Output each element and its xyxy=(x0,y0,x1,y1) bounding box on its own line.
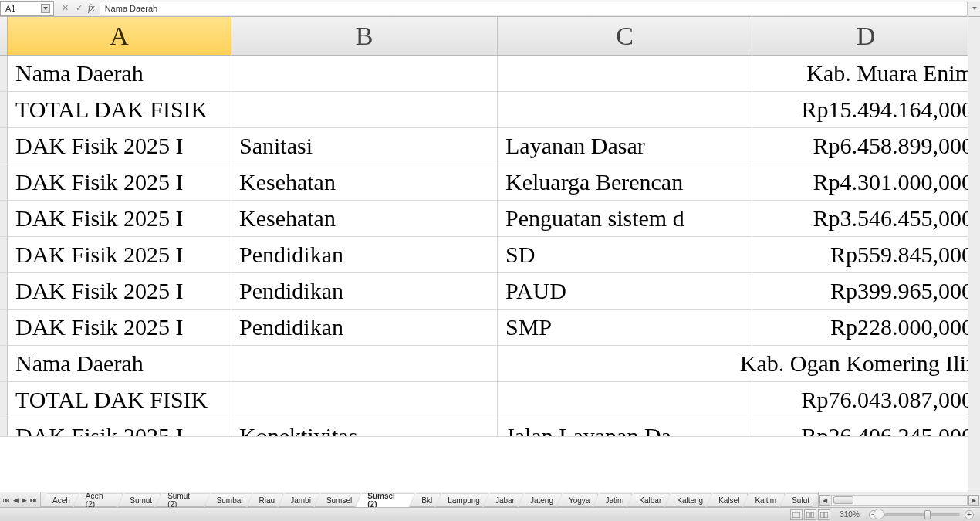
normal-view-icon[interactable] xyxy=(790,509,803,520)
sheet-tab[interactable]: Sumut (2) xyxy=(156,493,209,507)
cell-A[interactable]: DAK Fisik 2025 I xyxy=(8,273,231,309)
cell-A[interactable]: DAK Fisik 2025 I xyxy=(8,128,231,164)
sheet-tab[interactable]: Sumbar xyxy=(205,493,252,507)
sheet-tab[interactable]: Aceh xyxy=(41,493,79,507)
sheet-tab[interactable]: Jateng xyxy=(519,493,562,507)
sheet-tab[interactable]: Kaltim xyxy=(743,493,785,507)
name-box-dropdown-icon[interactable] xyxy=(41,4,50,13)
cell-C[interactable]: Keluarga Berencan xyxy=(498,164,752,200)
select-all-corner[interactable] xyxy=(0,17,8,56)
formula-input[interactable]: Nama Daerah xyxy=(100,2,968,15)
column-header-C[interactable]: C xyxy=(498,17,752,56)
row-gutter[interactable] xyxy=(0,56,8,91)
cell-A[interactable]: Nama Daerah xyxy=(8,346,231,381)
cell-C[interactable] xyxy=(498,92,752,127)
cell-A[interactable]: TOTAL DAK FISIK xyxy=(8,382,231,418)
cell-B[interactable] xyxy=(231,346,498,381)
row-gutter[interactable] xyxy=(0,418,8,436)
cell-B[interactable]: Kesehatan xyxy=(231,201,498,236)
cell-D[interactable]: Rp15.494.164,000 xyxy=(752,92,980,127)
cell-D[interactable]: Rp76.043.087,000 xyxy=(752,382,980,418)
cell-D[interactable]: Rp228.000,000 xyxy=(752,310,980,345)
cell-C[interactable]: Jalan Layanan Da xyxy=(498,418,752,436)
cell-C[interactable]: Layanan Dasar xyxy=(498,128,752,164)
sheet-tab[interactable]: Riau xyxy=(248,493,284,507)
cell-D[interactable]: Rp399.965,000 xyxy=(752,273,980,309)
cell-A[interactable]: DAK Fisik 2025 I xyxy=(8,164,231,200)
cell-C[interactable]: PAUD xyxy=(498,273,752,309)
cell-B[interactable] xyxy=(231,92,498,127)
horizontal-scrollbar[interactable]: ◀ ▶ xyxy=(818,492,980,508)
cell-D[interactable] xyxy=(752,346,980,381)
cell-D[interactable]: Rp3.546.455,000 xyxy=(752,201,980,236)
cell-B[interactable]: Pendidikan xyxy=(231,273,498,309)
row-gutter[interactable] xyxy=(0,128,8,164)
cell-C[interactable] xyxy=(498,56,752,91)
cell-B[interactable]: Kesehatan xyxy=(231,164,498,200)
sheet-tab[interactable]: Sumsel (2) xyxy=(356,493,414,507)
row-gutter[interactable] xyxy=(0,346,8,381)
tab-prev-icon[interactable]: ◀ xyxy=(13,496,19,504)
cell-C[interactable]: Penguatan sistem d xyxy=(498,201,752,236)
sheet-tab[interactable]: Jambi xyxy=(279,493,319,507)
tab-last-icon[interactable]: ⏭ xyxy=(30,496,37,504)
cancel-icon[interactable]: ✕ xyxy=(60,3,69,13)
zoom-slider-thumb[interactable] xyxy=(924,510,931,519)
row-gutter[interactable] xyxy=(0,310,8,345)
zoom-slider[interactable] xyxy=(883,513,960,516)
spreadsheet-grid[interactable]: A B C D Nama DaerahKab. Muara EnimTOTAL … xyxy=(0,17,980,492)
cell-C[interactable] xyxy=(498,346,752,381)
sheet-tab[interactable]: Kalbar xyxy=(627,493,670,507)
sheet-tab[interactable]: Sulut xyxy=(780,493,818,507)
sheet-tab[interactable]: Sumut xyxy=(118,493,161,507)
row-gutter[interactable] xyxy=(0,382,8,418)
cell-A[interactable]: DAK Fisik 2025 I xyxy=(8,418,231,436)
fx-icon[interactable]: fx xyxy=(88,2,95,14)
cell-C[interactable]: SD xyxy=(498,237,752,272)
hscroll-track[interactable] xyxy=(831,495,968,506)
zoom-level[interactable]: 310% xyxy=(835,510,864,519)
tab-first-icon[interactable]: ⏮ xyxy=(3,496,10,504)
cell-D[interactable]: Rp6.458.899,000 xyxy=(752,128,980,164)
sheet-tab[interactable]: Lampung xyxy=(436,493,488,507)
cell-B[interactable]: Sanitasi xyxy=(231,128,498,164)
cell-D[interactable]: Rp559.845,000 xyxy=(752,237,980,272)
hscroll-thumb[interactable] xyxy=(833,496,853,504)
row-gutter[interactable] xyxy=(0,237,8,272)
name-box[interactable]: A1 xyxy=(0,1,54,16)
cell-D[interactable]: Rp4.301.000,000 xyxy=(752,164,980,200)
hscroll-left-icon[interactable]: ◀ xyxy=(819,495,830,506)
row-gutter[interactable] xyxy=(0,273,8,309)
sheet-tab[interactable]: Aceh (2) xyxy=(74,493,123,507)
cell-B[interactable]: Pendidikan xyxy=(231,310,498,345)
cell-B[interactable] xyxy=(231,56,498,91)
tab-next-icon[interactable]: ▶ xyxy=(22,496,27,504)
row-gutter[interactable] xyxy=(0,164,8,200)
hscroll-right-icon[interactable]: ▶ xyxy=(968,495,979,506)
sheet-tab[interactable]: Jatim xyxy=(593,493,632,507)
cell-A[interactable]: Nama Daerah xyxy=(8,56,231,91)
cell-C[interactable] xyxy=(498,382,752,418)
cell-A[interactable]: TOTAL DAK FISIK xyxy=(8,92,231,127)
sheet-tab[interactable]: Jabar xyxy=(484,493,523,507)
row-gutter[interactable] xyxy=(0,201,8,236)
cell-B[interactable]: Pendidikan xyxy=(231,237,498,272)
page-break-view-icon[interactable] xyxy=(818,509,830,520)
cell-B[interactable] xyxy=(231,382,498,418)
row-gutter[interactable] xyxy=(0,92,8,127)
cell-D[interactable]: Kab. Muara Enim xyxy=(752,56,980,91)
cell-C[interactable]: SMP xyxy=(498,310,752,345)
sheet-tab[interactable]: Bkl xyxy=(410,493,441,507)
column-header-D[interactable]: D xyxy=(752,17,980,56)
sheet-tab[interactable]: Sumsel xyxy=(315,493,360,507)
column-header-A[interactable]: A xyxy=(8,17,231,56)
page-layout-view-icon[interactable] xyxy=(804,509,816,520)
formula-bar-expand-icon[interactable] xyxy=(968,2,980,15)
sheet-tab[interactable]: Kalteng xyxy=(665,493,711,507)
sheet-tab[interactable]: Kalsel xyxy=(707,493,748,507)
cell-D[interactable]: Rp26.406.245,000 xyxy=(752,418,980,436)
column-header-B[interactable]: B xyxy=(231,17,498,56)
sheet-tab[interactable]: Yogya xyxy=(557,493,598,507)
cell-A[interactable]: DAK Fisik 2025 I xyxy=(8,310,231,345)
confirm-icon[interactable]: ✓ xyxy=(74,3,83,13)
